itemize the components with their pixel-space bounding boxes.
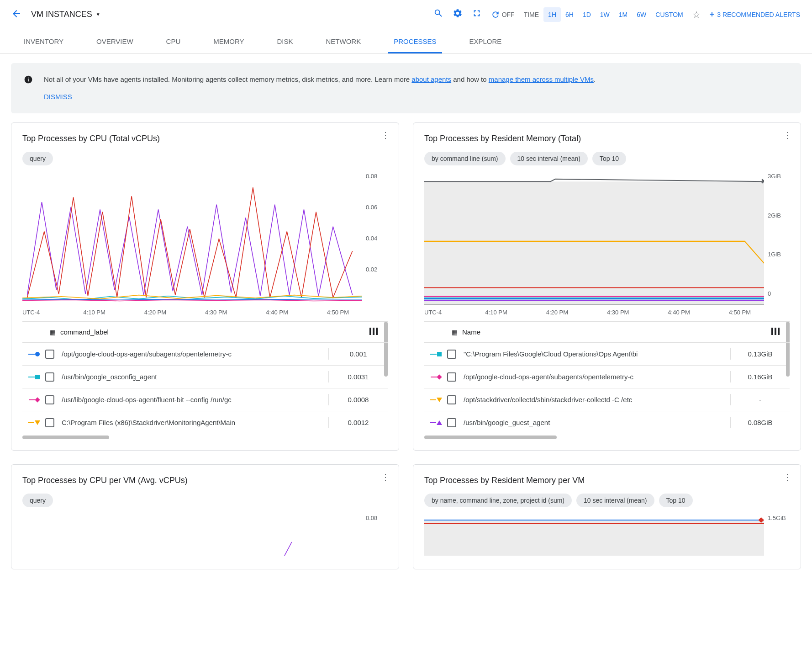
legend-header-label: command_label bbox=[60, 328, 109, 336]
legend-checkbox[interactable] bbox=[45, 418, 54, 427]
legend-checkbox[interactable] bbox=[447, 372, 456, 382]
legend-label: /opt/stackdriver/collectd/sbin/stackdriv… bbox=[464, 396, 730, 404]
columns-icon[interactable] bbox=[771, 328, 780, 337]
tab-disk[interactable]: DISK bbox=[271, 29, 298, 53]
chip-groupby[interactable]: by name, command line, zone, project id … bbox=[424, 494, 572, 507]
card-title: Top Processes by CPU (Total vCPUs) bbox=[22, 134, 388, 143]
horizontal-scrollbar[interactable] bbox=[424, 436, 557, 439]
banner-link-manage-vms[interactable]: manage them across multiple VMs bbox=[489, 75, 594, 83]
legend-checkbox[interactable] bbox=[45, 395, 54, 404]
caret-down-icon: ▼ bbox=[96, 12, 100, 17]
chip-top10[interactable]: Top 10 bbox=[592, 152, 626, 165]
card-top-processes-memory-per-vm: Top Processes by Resident Memory per VM … bbox=[413, 464, 801, 569]
banner-text-mid: and how to bbox=[451, 75, 489, 83]
xtick: 4:50 PM bbox=[729, 309, 790, 316]
time-range-6w[interactable]: 6W bbox=[632, 7, 651, 22]
chip-query[interactable]: query bbox=[22, 152, 53, 165]
tab-network[interactable]: NETWORK bbox=[320, 29, 366, 53]
tab-processes[interactable]: PROCESSES bbox=[388, 29, 442, 53]
chip-query[interactable]: query bbox=[22, 494, 53, 507]
time-range-1w[interactable]: 1W bbox=[596, 7, 614, 22]
card-menu-icon[interactable]: ⋮ bbox=[381, 476, 390, 478]
legend-checkbox[interactable] bbox=[45, 350, 54, 359]
auto-refresh-toggle[interactable]: OFF bbox=[486, 6, 519, 23]
star-icon[interactable]: ☆ bbox=[688, 5, 705, 25]
legend-value: 0.13GiB bbox=[730, 348, 790, 360]
tab-memory[interactable]: MEMORY bbox=[208, 29, 249, 53]
chip-interval[interactable]: 10 sec interval (mean) bbox=[510, 152, 588, 165]
card-top-processes-cpu: Top Processes by CPU (Total vCPUs) ⋮ que… bbox=[11, 122, 399, 451]
ytick: 1.5GiB bbox=[768, 515, 790, 521]
recommended-alerts-button[interactable]: + 3 RECOMMENDED ALERTS bbox=[705, 6, 805, 23]
legend-checkbox[interactable] bbox=[447, 350, 456, 359]
card-menu-icon[interactable]: ⋮ bbox=[381, 134, 390, 137]
xtick: 4:10 PM bbox=[485, 309, 546, 316]
tab-inventory[interactable]: INVENTORY bbox=[18, 29, 69, 53]
banner-text-pre: Not all of your VMs have agents installe… bbox=[44, 75, 411, 83]
ytick: 3GiB bbox=[768, 173, 790, 180]
legend-row: /opt/google-cloud-ops-agent/subagents/op… bbox=[22, 343, 388, 366]
xtick: 4:50 PM bbox=[327, 309, 388, 316]
gear-icon[interactable] bbox=[448, 4, 467, 25]
legend-marker bbox=[424, 375, 447, 379]
ytick: 2GiB bbox=[768, 212, 790, 219]
time-range-1m[interactable]: 1M bbox=[614, 7, 632, 22]
legend-row: "C:\Program Files\Google\Cloud Operation… bbox=[424, 343, 790, 366]
svg-rect-2 bbox=[376, 328, 378, 335]
header-bar: VM INSTANCES ▼ OFF TIME 1H 6H 1D 1W 1M 6… bbox=[0, 0, 812, 29]
time-label: TIME bbox=[524, 11, 539, 18]
xtick: UTC-4 bbox=[424, 309, 485, 316]
chip-top10[interactable]: Top 10 bbox=[659, 494, 693, 507]
time-range-1d[interactable]: 1D bbox=[578, 7, 596, 22]
columns-icon[interactable] bbox=[369, 328, 378, 337]
svg-rect-9 bbox=[424, 520, 764, 556]
area-chart-svg bbox=[424, 515, 764, 556]
card-menu-icon[interactable]: ⋮ bbox=[783, 134, 791, 137]
legend-table: ▦ command_label /opt/google-cloud-ops-ag… bbox=[22, 321, 388, 439]
time-range-6h[interactable]: 6H bbox=[561, 7, 578, 22]
legend-row: /usr/lib/google-cloud-ops-agent/fluent-b… bbox=[22, 388, 388, 411]
search-icon[interactable] bbox=[429, 4, 448, 25]
chip-groupby[interactable]: by command line (sum) bbox=[424, 152, 506, 165]
tab-explore[interactable]: EXPLORE bbox=[464, 29, 507, 53]
xtick: 4:30 PM bbox=[607, 309, 668, 316]
tab-overview[interactable]: OVERVIEW bbox=[91, 29, 139, 53]
line-chart-svg bbox=[22, 515, 362, 556]
x-axis: UTC-4 4:10 PM 4:20 PM 4:30 PM 4:40 PM 4:… bbox=[424, 305, 790, 316]
page-title-dropdown[interactable]: VM INSTANCES ▼ bbox=[31, 10, 100, 19]
legend-checkbox[interactable] bbox=[45, 372, 54, 382]
xtick: 4:40 PM bbox=[266, 309, 327, 316]
banner-link-about-agents[interactable]: about agents bbox=[411, 75, 451, 83]
time-range-custom[interactable]: CUSTOM bbox=[651, 7, 687, 22]
banner-dismiss-button[interactable]: DISMISS bbox=[44, 91, 596, 102]
y-axis: 0.08 bbox=[362, 515, 388, 556]
horizontal-scrollbar[interactable] bbox=[22, 436, 109, 439]
refresh-off-label: OFF bbox=[502, 11, 515, 18]
xtick: 4:20 PM bbox=[144, 309, 205, 316]
chip-row: by command line (sum) 10 sec interval (m… bbox=[424, 152, 790, 165]
legend-checkbox[interactable] bbox=[447, 418, 456, 427]
fullscreen-icon[interactable] bbox=[467, 4, 486, 25]
legend-value: 0.001 bbox=[328, 348, 388, 360]
tab-cpu[interactable]: CPU bbox=[161, 29, 186, 53]
chart-area[interactable]: 0.08 0.06 0.04 0.02 bbox=[22, 173, 388, 305]
card-top-processes-memory: Top Processes by Resident Memory (Total)… bbox=[413, 122, 801, 451]
card-title: Top Processes by Resident Memory (Total) bbox=[424, 134, 790, 143]
legend-label: /usr/bin/google_osconfig_agent bbox=[62, 373, 328, 381]
xtick: 4:20 PM bbox=[546, 309, 607, 316]
chart-area[interactable]: ✖ 3GiB 2GiB 1GiB 0 bbox=[424, 173, 790, 305]
time-range-1h[interactable]: 1H bbox=[543, 7, 561, 22]
legend-row: /usr/bin/google_osconfig_agent 0.0031 bbox=[22, 366, 388, 388]
back-arrow-icon[interactable] bbox=[7, 5, 26, 25]
legend-value: 0.08GiB bbox=[730, 417, 790, 428]
card-title: Top Processes by CPU per VM (Avg. vCPUs) bbox=[22, 476, 388, 485]
page-title-text: VM INSTANCES bbox=[31, 10, 92, 19]
card-menu-icon[interactable]: ⋮ bbox=[783, 476, 791, 478]
chip-interval[interactable]: 10 sec interval (mean) bbox=[576, 494, 654, 507]
area-chart-svg: ✖ bbox=[424, 173, 764, 305]
legend-checkbox[interactable] bbox=[447, 395, 456, 404]
legend-value: 0.0012 bbox=[328, 417, 388, 428]
chip-row: query bbox=[22, 494, 388, 507]
legend-value: 0.0031 bbox=[328, 371, 388, 382]
legend-marker bbox=[424, 352, 447, 356]
